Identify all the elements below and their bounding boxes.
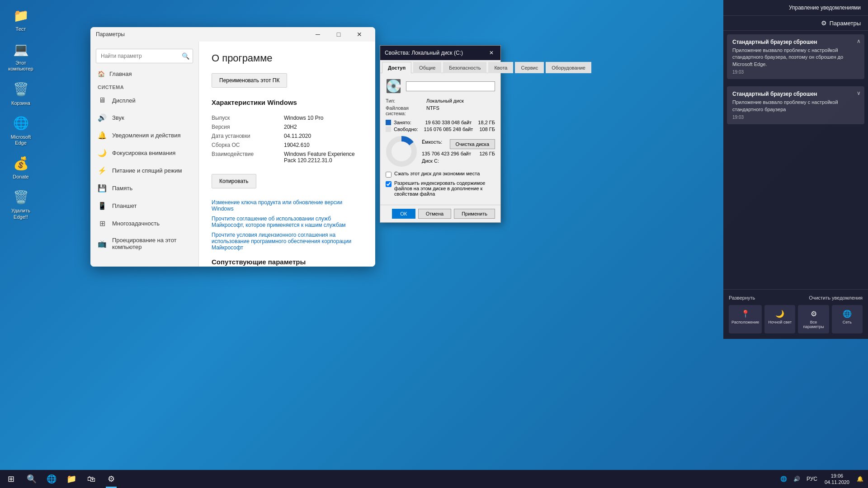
- taskbar-explorer[interactable]: 📁: [61, 470, 81, 488]
- compress-checkbox-row: Сжать этот диск для экономии места: [386, 171, 495, 178]
- spec-row-version: Версия 20H2: [212, 122, 363, 131]
- disk-fs-label: Файловая система:: [386, 105, 426, 116]
- ok-button[interactable]: ОК: [392, 209, 415, 219]
- tablet-label: Планшет: [112, 202, 137, 209]
- spec-label-build: Сборка ОС: [212, 142, 284, 148]
- taskbar-edge[interactable]: 🌐: [42, 470, 61, 488]
- expand-icon-2[interactable]: ∨: [857, 90, 861, 96]
- desktop-icon-area: 📁 Тест 💻 Этот компьютер 🗑️ Корзина 🌐 Mic…: [0, 0, 42, 226]
- location-icon: 📍: [741, 310, 750, 318]
- rename-pc-button[interactable]: Переименовать этот ПК: [212, 73, 287, 88]
- sidebar-item-focus[interactable]: 🌙 Фокусировка внимания: [90, 144, 198, 162]
- quick-action-network[interactable]: 🌐 Сеть: [832, 305, 863, 333]
- disk-properties-dialog: Свойства: Локальный диск (C:) ✕ Доступ О…: [380, 45, 501, 223]
- spec-value-install-date: 04.11.2020: [284, 133, 311, 139]
- disk-type-row: Тип: Локальный диск: [386, 98, 495, 103]
- clean-disk-button[interactable]: Очистка диска: [450, 139, 495, 149]
- sidebar-item-power[interactable]: ⚡ Питание и спящий режим: [90, 162, 198, 179]
- disk-capacity-bytes: 135 706 423 296 байт: [422, 151, 471, 156]
- notification-panel: Управление уведомлениями ⚙ Параметры ∧ С…: [723, 0, 868, 339]
- home-label: Главная: [109, 70, 132, 77]
- quick-action-location[interactable]: 📍 Расположение: [729, 305, 762, 333]
- spec-label-version: Версия: [212, 124, 284, 130]
- desktop-icon-edge[interactable]: 🌐 Microsoft Edge: [5, 113, 37, 148]
- volume-tray[interactable]: 🔊: [791, 470, 803, 488]
- taskbar-search[interactable]: 🔍: [22, 470, 42, 488]
- notif-body-1: Приложение вызвало проблему с настройкой…: [732, 47, 859, 68]
- minimize-button[interactable]: ─: [307, 27, 328, 42]
- network-label: Сеть: [843, 320, 852, 324]
- spec-value-build: 19042.610: [284, 142, 310, 148]
- tab-quota[interactable]: Квота: [488, 62, 513, 73]
- sidebar-item-multitask[interactable]: ⊞ Многозадачность: [90, 215, 198, 232]
- disk-drive-icon: 💽: [386, 79, 401, 94]
- multitask-icon: ⊞: [98, 219, 107, 228]
- apply-button[interactable]: Применить: [454, 209, 495, 219]
- sound-label: Звук: [112, 114, 124, 121]
- sidebar-item-storage[interactable]: 💾 Память: [90, 179, 198, 197]
- start-button[interactable]: ⊞: [0, 470, 22, 488]
- sidebar-item-project[interactable]: 📺 Проецирование на этот компьютер: [90, 232, 198, 255]
- expand-all-button[interactable]: Развернуть: [729, 295, 755, 300]
- network-tray[interactable]: 🌐: [778, 470, 790, 488]
- clear-notifications-button[interactable]: Очистить уведомления: [809, 295, 863, 300]
- disk-capacity-row: Ёмкость: Очистка диска: [422, 139, 495, 149]
- maximize-button[interactable]: □: [328, 27, 349, 42]
- disk-name-input[interactable]: [406, 81, 495, 91]
- cancel-button[interactable]: Отмена: [418, 209, 451, 219]
- taskbar-clock[interactable]: 19:06 04.11.2020: [821, 473, 853, 486]
- disk-visual: Ёмкость: Очистка диска 135 706 423 296 б…: [386, 136, 495, 167]
- taskbar-store[interactable]: 🛍: [81, 470, 101, 488]
- compress-checkbox[interactable]: [386, 172, 392, 178]
- sidebar-item-tablet[interactable]: 📱 Планшет: [90, 197, 198, 215]
- tab-hardware[interactable]: Оборудование: [546, 62, 591, 73]
- desktop-icon-computer[interactable]: 💻 Этот компьютер: [5, 38, 37, 74]
- desktop: 📁 Тест 💻 Этот компьютер 🗑️ Корзина 🌐 Mic…: [0, 0, 868, 488]
- taskbar: ⊞ 🔍 🌐 📁 🛍 ⚙ 🌐 🔊 РУС 19:06 04.11.2020 🔔: [0, 470, 868, 488]
- taskbar-settings[interactable]: ⚙: [101, 470, 121, 488]
- desktop-icon-donate[interactable]: 💰 Donate: [5, 152, 37, 182]
- windows-section-header: Характеристики Windows: [212, 99, 363, 106]
- index-checkbox[interactable]: [386, 181, 392, 187]
- sidebar-item-sound[interactable]: 🔊 Звук: [90, 109, 198, 127]
- donate-label: Donate: [13, 174, 28, 180]
- quick-action-allsettings[interactable]: ⚙ Все параметры: [798, 305, 829, 333]
- notif-body-2: Приложение вызвало проблему с настройкой…: [732, 99, 859, 113]
- settings-search-container: 🔍: [96, 49, 193, 63]
- link-product-key[interactable]: Изменение ключа продукта или обновление …: [212, 199, 363, 212]
- tab-general[interactable]: Доступ: [382, 62, 411, 73]
- desktop-icon-recycle[interactable]: 🗑️ Корзина: [5, 79, 37, 108]
- settings-window: Параметры ─ □ ✕ 🔍 🏠 Главная Система: [90, 27, 375, 267]
- disk-dialog-close[interactable]: ✕: [487, 48, 496, 57]
- spec-value-experience: Windows Feature Experience Pack 120.2212…: [284, 151, 363, 164]
- notification-tray[interactable]: 🔔: [854, 470, 866, 488]
- desktop-icon-delete-edge[interactable]: 🗑️ Удалить Edge!!: [5, 186, 37, 221]
- notif-time-2: 19:03: [732, 115, 859, 120]
- clock-date: 04.11.2020: [825, 479, 849, 485]
- desktop-icon-test[interactable]: 📁 Тест: [5, 5, 37, 34]
- clock-time: 19:06: [831, 473, 844, 479]
- link-ms-agreement[interactable]: Прочтите соглашение об использовании слу…: [212, 216, 363, 228]
- sidebar-item-display[interactable]: 🖥 Дисплей: [90, 92, 198, 109]
- expand-icon-1[interactable]: ∧: [857, 38, 861, 44]
- sidebar-item-notifications[interactable]: 🔔 Уведомления и действия: [90, 127, 198, 144]
- link-license-agreement[interactable]: Прочтите условия лицензионного соглашени…: [212, 232, 363, 251]
- disk-free-bytes: 116 076 085 248 байт: [424, 127, 473, 132]
- storage-icon: 💾: [98, 184, 107, 192]
- close-button[interactable]: ✕: [349, 27, 370, 42]
- quick-action-nightlight[interactable]: 🌙 Ночной свет: [764, 305, 795, 333]
- tab-service[interactable]: Сервис: [515, 62, 544, 73]
- home-icon: 🏠: [98, 70, 105, 77]
- disk-dialog-tabs: Доступ Общие Безопасность Квота Сервис О…: [380, 60, 500, 73]
- tab-access[interactable]: Общие: [413, 62, 441, 73]
- notification-card-1: ∧ Стандартный браузер сброшен Приложение…: [727, 34, 864, 79]
- taskbar-pinned-icons: 🔍 🌐 📁 🛍 ⚙: [22, 470, 121, 488]
- notif-footer-row: Развернуть Очистить уведомления: [729, 295, 863, 300]
- settings-search-input[interactable]: [96, 49, 193, 63]
- notification-footer: Развернуть Очистить уведомления 📍 Распол…: [723, 289, 868, 339]
- tab-security[interactable]: Безопасность: [443, 62, 486, 73]
- disk-free-gb: 108 ГБ: [479, 127, 495, 132]
- language-tray[interactable]: РУС: [804, 470, 820, 488]
- settings-home-item[interactable]: 🏠 Главная: [90, 67, 198, 81]
- copy-button[interactable]: Копировать: [212, 174, 256, 188]
